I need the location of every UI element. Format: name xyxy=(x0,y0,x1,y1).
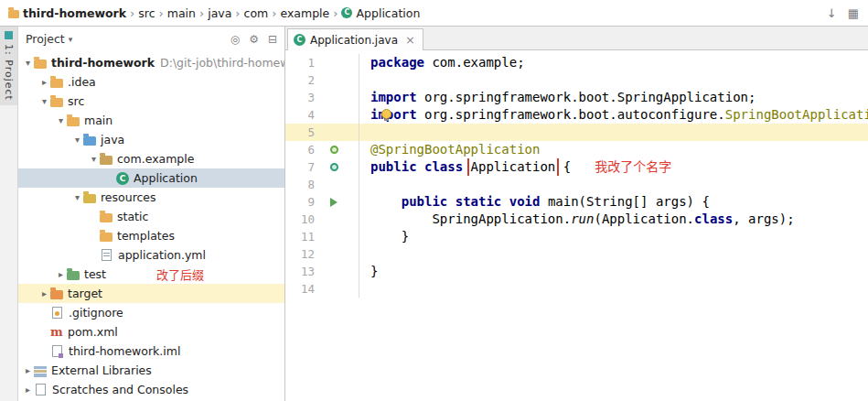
code-token: @SpringBootApplication xyxy=(370,141,540,158)
code-line-1[interactable]: 1package com.example; xyxy=(285,54,868,71)
maven-file-icon: m xyxy=(50,326,63,338)
line-number: 4 xyxy=(285,106,322,124)
breadcrumb-item-com[interactable]: com xyxy=(241,5,272,22)
resources-root-folder-icon xyxy=(83,194,96,203)
code-editor[interactable]: 1package com.example;23import org.spring… xyxy=(285,50,868,401)
breadcrumb-item-application[interactable]: CApplication xyxy=(338,5,423,22)
line-number: 7 xyxy=(285,158,322,176)
tree-item-pom-xml[interactable]: mpom.xml xyxy=(18,322,284,341)
chevron-expanded-icon[interactable]: ▾ xyxy=(22,58,34,68)
code-line-2[interactable]: 2 xyxy=(285,71,868,89)
breadcrumb-item-java[interactable]: java xyxy=(205,5,234,22)
breadcrumb-item-label: example xyxy=(280,6,329,20)
grid-icon[interactable]: ▦ xyxy=(848,6,859,20)
chevron-collapsed-icon[interactable]: ▸ xyxy=(22,365,34,375)
code-line-9[interactable]: 9 public static void main(String[] args)… xyxy=(285,193,868,211)
project-toolwindow-label: 1: Project xyxy=(3,44,15,101)
line-number: 2 xyxy=(285,71,322,89)
chevron-expanded-icon[interactable]: ▾ xyxy=(88,154,100,164)
code-line-13[interactable]: 13} xyxy=(285,263,868,280)
breadcrumb-item-example[interactable]: example xyxy=(277,5,332,22)
chevron-collapsed-icon[interactable]: ▸ xyxy=(55,269,67,279)
code-line-8[interactable]: 8 xyxy=(285,176,868,193)
code-text: import org.springframework.boot.autoconf… xyxy=(359,106,868,124)
collapse-icon[interactable]: ⊟ xyxy=(268,33,277,46)
folder-icon xyxy=(34,60,47,69)
tree-item-scratches-and-consoles[interactable]: ▸Scratches and Consoles xyxy=(18,380,284,399)
ide-window: third-homework›src›main›java›com›example… xyxy=(0,0,868,401)
chevron-collapsed-icon[interactable]: ▸ xyxy=(38,288,50,298)
code-token: org.springframework.boot.SpringApplicati… xyxy=(417,89,756,106)
tree-item-static[interactable]: static xyxy=(18,207,284,226)
code-line-4[interactable]: 4import org.springframework.boot.autocon… xyxy=(285,106,868,124)
tree-item-idea[interactable]: ▸.idea xyxy=(18,72,284,92)
project-panel: Project ▾ ◎⚙⊟ ▾third-homeworkD:\git-job\… xyxy=(18,27,285,401)
intention-bulb-icon[interactable] xyxy=(381,109,391,119)
tree-item-main[interactable]: ▾main xyxy=(18,111,284,130)
chevron-expanded-icon[interactable]: ▾ xyxy=(38,96,50,106)
code-token: run xyxy=(571,211,594,228)
tree-item-com-example[interactable]: ▾com.example xyxy=(18,149,284,168)
tree-item-application[interactable]: CApplication xyxy=(18,168,284,188)
code-line-11[interactable]: 11 } xyxy=(285,228,868,245)
chevron-down-icon: ▾ xyxy=(69,35,73,44)
project-toolwindow-tab[interactable]: 1: Project xyxy=(0,27,17,105)
tree-item-third-homework[interactable]: ▾third-homeworkD:\git-job\third-homewor xyxy=(18,53,284,72)
gitignore-file-icon xyxy=(52,307,62,319)
line-number: 1 xyxy=(285,54,322,71)
tree-item-label: Scratches and Consoles xyxy=(52,383,188,396)
run-icon[interactable] xyxy=(330,198,338,207)
tree-item-java[interactable]: ▾java xyxy=(18,130,284,149)
line-number: 11 xyxy=(285,228,322,245)
code-line-3[interactable]: 3import org.springframework.boot.SpringA… xyxy=(285,89,868,106)
breadcrumb-item-label: main xyxy=(167,6,196,20)
code-text: package com.example; xyxy=(359,54,868,71)
gutter xyxy=(322,163,346,171)
tree-item-third-homework-iml[interactable]: third-homework.iml xyxy=(18,341,284,361)
chevron-collapsed-icon[interactable]: ▸ xyxy=(22,385,34,395)
scratches-icon xyxy=(36,384,46,396)
line-number: 14 xyxy=(285,280,322,298)
chevron-expanded-icon[interactable]: ▾ xyxy=(71,135,83,145)
code-token: class xyxy=(694,211,733,228)
tree-item-target[interactable]: ▸target xyxy=(18,284,284,303)
project-view-dropdown[interactable]: Project ▾ xyxy=(26,32,72,46)
breadcrumb-item-main[interactable]: main xyxy=(165,5,198,22)
tree-item-src[interactable]: ▾src xyxy=(18,92,284,111)
locate-icon[interactable]: ◎ xyxy=(230,33,240,46)
code-line-12[interactable]: 12 xyxy=(285,245,868,263)
breadcrumb-item-src[interactable]: src xyxy=(135,5,157,22)
spring-bean-icon[interactable] xyxy=(330,146,338,154)
settings-icon[interactable]: ⚙ xyxy=(249,33,259,46)
code-token: main(String[] args) { xyxy=(548,193,710,211)
chevron-collapsed-icon[interactable]: ▸ xyxy=(38,77,50,87)
close-icon[interactable]: × xyxy=(405,33,415,47)
chevron-expanded-icon[interactable]: ▾ xyxy=(71,192,83,202)
code-line-7[interactable]: 7public class Application {我改了个名字 xyxy=(285,158,868,176)
tree-item-application-yml[interactable]: application.yml xyxy=(18,245,284,265)
tree-item-resources[interactable]: ▾resources xyxy=(18,188,284,207)
tree-item-templates[interactable]: templates xyxy=(18,226,284,245)
breadcrumb-item-third-homework[interactable]: third-homework xyxy=(5,5,129,22)
spring-bean-icon[interactable] xyxy=(330,163,338,171)
code-line-6[interactable]: 6@SpringBootApplication xyxy=(285,141,868,158)
tree-item-label: resources xyxy=(101,190,156,204)
code-line-5[interactable]: 5 xyxy=(285,124,868,141)
scroll-down-icon[interactable]: ↓ xyxy=(827,6,837,20)
code-line-14[interactable]: 14 xyxy=(285,280,868,298)
tree-item-label: com.example xyxy=(117,152,194,166)
code-line-10[interactable]: 10 SpringApplication.run(Application.cla… xyxy=(285,211,868,228)
tree-item-gitignore[interactable]: .gitignore xyxy=(18,303,284,322)
tree-item-test[interactable]: ▸test改了后缀 xyxy=(18,265,284,284)
tree-item-label: .idea xyxy=(68,75,96,89)
annotation-text: 改了后缀 xyxy=(156,266,204,283)
tree-item-external-libraries[interactable]: ▸External Libraries xyxy=(18,361,284,380)
folder-icon xyxy=(100,233,113,242)
code-token: } xyxy=(370,263,378,280)
editor-tab-label: Application.java xyxy=(310,34,398,47)
gutter xyxy=(322,198,346,207)
editor-tab-application-java[interactable]: C Application.java × xyxy=(287,28,423,50)
chevron-expanded-icon[interactable]: ▾ xyxy=(55,115,67,125)
code-token: , args); xyxy=(733,211,794,228)
code-text: @SpringBootApplication xyxy=(359,141,868,158)
